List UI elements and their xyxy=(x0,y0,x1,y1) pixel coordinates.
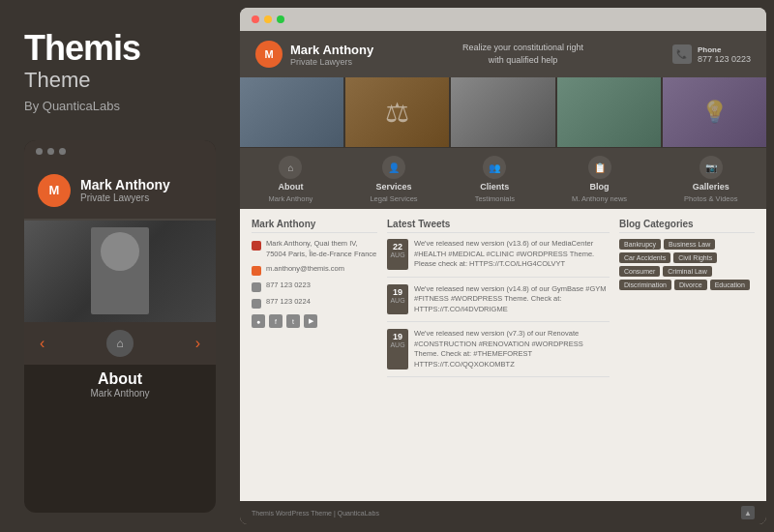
hero-image-2 xyxy=(345,77,449,147)
left-col-title: Mark Anthony xyxy=(252,219,377,233)
tweet-month-1: AUG xyxy=(389,251,406,258)
tweet-day-1: 22 xyxy=(389,242,406,251)
nav-services-label: Services xyxy=(375,182,411,192)
site-phone: 📞 Phone 877 123 0223 xyxy=(672,44,751,64)
contact-phone1: 877 123 0223 xyxy=(252,281,377,292)
mobile-dot-1 xyxy=(36,148,43,155)
nav-galleries-label: Galleries xyxy=(693,182,729,192)
blog-category-item[interactable]: Bankrupcy xyxy=(619,239,661,250)
blog-category-item[interactable]: Business Law xyxy=(664,239,715,250)
mid-col-title: Latest Tweets xyxy=(387,219,610,233)
nav-clients-label: Clients xyxy=(480,182,509,192)
site-main: Mark Anthony Mark Anthony, Quai them IV,… xyxy=(240,209,766,501)
social-icons: ● f t ▶ xyxy=(252,314,377,328)
blog-category-item[interactable]: Discrimination xyxy=(619,280,671,290)
content-right-col: Blog Categories BankrupcyBusiness LawCar… xyxy=(619,219,755,491)
blog-categories: BankrupcyBusiness LawCar AccidentsCivil … xyxy=(619,239,755,290)
social-twitter-icon[interactable]: ▶ xyxy=(304,314,317,328)
nav-item-blog[interactable]: 📋 Blog M. Anthony news xyxy=(572,156,627,203)
brand-title: Themis xyxy=(24,29,216,68)
right-col-title: Blog Categories xyxy=(619,219,755,233)
scroll-to-top-button[interactable]: ▲ xyxy=(741,506,755,519)
nav-about-label: About xyxy=(278,182,303,192)
tweet-item-3: 19 AUG We've released new version (v7.3)… xyxy=(387,329,610,377)
mobile-site-name: Mark Anthony xyxy=(80,177,170,192)
mobile-section-label: About xyxy=(24,370,216,388)
nav-blog-sub: M. Anthony news xyxy=(572,194,627,203)
browser-maximize-dot xyxy=(277,15,284,23)
tweet-item-1: 22 AUG We've released new version (v13.6… xyxy=(387,239,610,278)
hero-image-4 xyxy=(557,77,661,147)
address-text: Mark Anthony, Quai them IV, 75004 Paris,… xyxy=(266,239,377,259)
tweet-text-1: We've released new version (v13.6) of ou… xyxy=(414,239,610,270)
content-mid-col: Latest Tweets 22 AUG We've released new … xyxy=(387,219,610,491)
address-icon xyxy=(252,241,261,251)
mobile-prev-arrow[interactable]: ‹ xyxy=(40,335,45,352)
nav-galleries-sub: Photos & Videos xyxy=(684,194,737,203)
site-name-sub: Private Lawyers xyxy=(290,57,373,67)
nav-item-about[interactable]: ⌂ About Mark Anthony xyxy=(269,156,313,203)
blog-category-item[interactable]: Education xyxy=(710,280,750,290)
nav-blog-icon: 📋 xyxy=(588,156,611,179)
blog-category-item[interactable]: Divorce xyxy=(674,280,707,290)
mobile-nav-bar: ‹ ⌂ › xyxy=(24,322,216,365)
social-facebook-icon[interactable]: f xyxy=(269,314,283,328)
blog-category-item[interactable]: Consumer xyxy=(619,266,660,277)
mobile-bottom-label: About Mark Anthony xyxy=(24,365,216,408)
email-text: m.anthony@themis.com xyxy=(266,264,344,275)
nav-clients-icon: 👥 xyxy=(483,156,506,179)
nav-item-clients[interactable]: 👥 Clients Testimonials xyxy=(475,156,515,203)
phone1-icon xyxy=(252,282,261,292)
tweet-month-3: AUG xyxy=(389,341,406,348)
tweet-item-2: 19 AUG We've released new version (v14.8… xyxy=(387,284,610,323)
mobile-dot-2 xyxy=(47,148,54,155)
brand-by: By QuanticaLabs xyxy=(24,99,216,113)
hero-image-5 xyxy=(663,77,766,147)
site-name: Mark Anthony xyxy=(290,43,373,57)
tweet-date-3: 19 AUG xyxy=(387,329,408,369)
tagline-line2: with qualified help xyxy=(462,54,583,67)
nav-item-services[interactable]: 👤 Services Legal Services xyxy=(370,156,417,203)
blog-category-item[interactable]: Car Accidents xyxy=(619,252,670,263)
nav-clients-sub: Testimonials xyxy=(475,194,515,203)
footer-text: Themis WordPress Theme | QuanticaLabs xyxy=(252,510,379,517)
tweet-date-1: 22 AUG xyxy=(387,239,408,270)
nav-galleries-icon: 📷 xyxy=(700,156,723,179)
mobile-home-button[interactable]: ⌂ xyxy=(106,330,134,357)
social-rss-icon[interactable]: ● xyxy=(252,314,265,328)
blog-category-item[interactable]: Civil Rights xyxy=(673,252,717,263)
phone-label: Phone xyxy=(698,45,751,54)
nav-services-sub: Legal Services xyxy=(370,194,417,203)
contact-address: Mark Anthony, Quai them IV, 75004 Paris,… xyxy=(252,239,377,259)
nav-about-sub: Mark Anthony xyxy=(269,194,313,203)
tweet-text-3: We've released new version (v7.3) of our… xyxy=(414,329,610,369)
tweet-day-3: 19 xyxy=(389,332,406,341)
phone1-text: 877 123 0223 xyxy=(266,281,311,291)
hero-image-1 xyxy=(240,77,343,147)
mobile-preview: M Mark Anthony Private Lawyers ‹ ⌂ › Abo… xyxy=(24,140,216,513)
contact-phone2: 877 123 0224 xyxy=(252,297,377,309)
site-content: Mark Anthony Mark Anthony, Quai them IV,… xyxy=(240,209,766,501)
website-content: M Mark Anthony Private Lawyers Realize y… xyxy=(240,31,766,524)
browser-topbar xyxy=(240,8,766,31)
browser-window: M Mark Anthony Private Lawyers Realize y… xyxy=(240,8,766,524)
tweet-month-2: AUG xyxy=(389,297,406,304)
nav-item-galleries[interactable]: 📷 Galleries Photos & Videos xyxy=(684,156,737,203)
mobile-header: M Mark Anthony Private Lawyers xyxy=(24,163,216,220)
browser-minimize-dot xyxy=(264,15,272,23)
hero-strip xyxy=(240,77,766,147)
email-icon xyxy=(252,266,261,276)
mobile-logo: M xyxy=(38,174,71,207)
social-tumblr-icon[interactable]: t xyxy=(286,314,300,328)
mobile-next-arrow[interactable]: › xyxy=(195,335,200,352)
mobile-dot-3 xyxy=(59,148,66,155)
phone-number: 877 123 0223 xyxy=(698,54,751,64)
site-logo: M xyxy=(255,41,283,68)
contact-email: m.anthony@themis.com xyxy=(252,264,377,276)
mobile-hero-image xyxy=(24,221,216,322)
site-header: M Mark Anthony Private Lawyers Realize y… xyxy=(240,31,766,77)
site-footer: Themis WordPress Theme | QuanticaLabs ▲ xyxy=(240,501,766,524)
site-nav: ⌂ About Mark Anthony 👤 Services Legal Se… xyxy=(240,147,766,209)
mobile-site-sub: Private Lawyers xyxy=(80,192,170,203)
blog-category-item[interactable]: Criminal Law xyxy=(663,266,711,277)
